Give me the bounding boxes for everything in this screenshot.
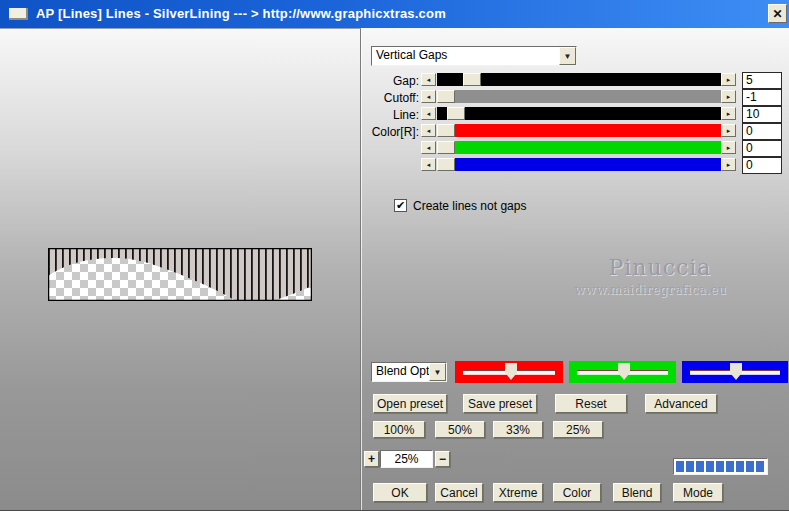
right-arrow-icon: ▸ <box>727 127 731 135</box>
window-title: AP [Lines] Lines - SilverLining --- > ht… <box>36 6 446 21</box>
left-arrow-icon: ◂ <box>427 127 431 135</box>
watermark-url: www.maidiregrafica.eu <box>563 283 738 297</box>
slider-label: Cutoff: <box>361 91 419 105</box>
slider-track[interactable] <box>437 73 721 86</box>
blue-trackbar[interactable] <box>682 361 788 383</box>
save-preset-button[interactable]: Save preset <box>463 394 537 413</box>
slider-row-cutoff: Cutoff: ◂ ▸ -1 <box>0 90 789 104</box>
slider-left-arrow[interactable]: ◂ <box>421 124 436 137</box>
slider-left-arrow[interactable]: ◂ <box>421 158 436 171</box>
slider-thumb[interactable] <box>437 158 455 171</box>
slider-track[interactable] <box>437 90 721 103</box>
reset-button[interactable]: Reset <box>555 394 627 413</box>
slider-row-line: Line: ◂ ▸ 10 <box>0 107 789 121</box>
slider-track[interactable] <box>437 107 721 120</box>
left-arrow-icon: ◂ <box>427 93 431 101</box>
blend-options-dropdown[interactable]: Blend Opti ▼ <box>371 362 447 382</box>
slider-value-box[interactable]: 10 <box>742 106 782 123</box>
slider-value-box[interactable]: -1 <box>742 89 782 106</box>
check-icon: ✔ <box>396 199 405 211</box>
watermark-name: Pinuccia <box>575 255 745 280</box>
xtreme-button[interactable]: Xtreme <box>493 483 543 502</box>
slider-row-color-r: Color[R]: ◂ ▸ 0 <box>0 124 789 138</box>
slider-thumb[interactable] <box>463 73 481 86</box>
slider-value-box[interactable]: 0 <box>742 123 782 140</box>
ok-button[interactable]: OK <box>373 483 427 502</box>
cancel-button[interactable]: Cancel <box>435 483 483 502</box>
plugin-window: AP [Lines] Lines - SilverLining --- > ht… <box>0 0 789 511</box>
right-arrow-icon: ▸ <box>727 161 731 169</box>
zoom-100-button[interactable]: 100% <box>373 421 425 438</box>
preset-dropdown-value: Vertical Gaps <box>372 46 577 66</box>
red-trackbar[interactable] <box>455 361 563 383</box>
progress-segment <box>746 461 754 472</box>
blend-button[interactable]: Blend <box>613 483 661 502</box>
progress-segment <box>706 461 714 472</box>
mode-button[interactable]: Mode <box>673 483 723 502</box>
zoom-33-button[interactable]: 33% <box>493 421 543 438</box>
slider-left-arrow[interactable]: ◂ <box>421 141 436 154</box>
left-arrow-icon: ◂ <box>427 161 431 169</box>
create-lines-checkbox-label: Create lines not gaps <box>413 199 526 213</box>
progress-segment <box>686 461 694 472</box>
slider-label: Color[R]: <box>361 125 419 139</box>
right-arrow-icon: ▸ <box>727 144 731 152</box>
progress-segment <box>736 461 744 472</box>
slider-thumb[interactable] <box>437 141 455 154</box>
open-preset-button[interactable]: Open preset <box>373 394 447 413</box>
preset-dropdown[interactable]: Vertical Gaps ▼ <box>371 46 577 66</box>
progress-segment <box>716 461 724 472</box>
slider-row-color-b: ◂ ▸ 0 <box>0 158 789 172</box>
slider-left-arrow[interactable]: ◂ <box>421 73 436 86</box>
slider-value-box[interactable]: 0 <box>742 140 782 157</box>
left-arrow-icon: ◂ <box>427 144 431 152</box>
progress-segment <box>726 461 734 472</box>
trackbar-thumb[interactable] <box>618 363 630 380</box>
close-button[interactable]: ✕ <box>768 4 787 23</box>
zoom-level-field[interactable]: 25% <box>380 450 433 468</box>
color-button[interactable]: Color <box>553 483 601 502</box>
progress-segment <box>756 461 764 472</box>
slider-left-arrow[interactable]: ◂ <box>421 107 436 120</box>
slider-right-arrow[interactable]: ▸ <box>721 90 736 103</box>
slider-track[interactable] <box>437 141 721 154</box>
right-arrow-icon: ▸ <box>727 76 731 84</box>
slider-label: Gap: <box>361 74 419 88</box>
slider-value-box[interactable]: 5 <box>742 72 782 89</box>
left-arrow-icon: ◂ <box>427 110 431 118</box>
title-bar[interactable]: AP [Lines] Lines - SilverLining --- > ht… <box>0 0 789 28</box>
progress-bar <box>673 458 768 475</box>
image-preview[interactable] <box>48 248 312 305</box>
trackbar-thumb[interactable] <box>730 363 742 380</box>
slider-row-gap: Gap: ◂ ▸ 5 <box>0 73 789 87</box>
zoom-plus-button[interactable]: + <box>364 451 379 467</box>
slider-thumb[interactable] <box>447 107 465 120</box>
progress-segment <box>676 461 684 472</box>
slider-right-arrow[interactable]: ▸ <box>721 141 736 154</box>
slider-thumb[interactable] <box>437 124 455 137</box>
trackbar-thumb[interactable] <box>505 363 517 380</box>
slider-value-box[interactable]: 0 <box>742 157 782 174</box>
slider-right-arrow[interactable]: ▸ <box>721 107 736 120</box>
dialog-content: Pinuccia www.maidiregrafica.eu Vertical … <box>0 28 789 511</box>
slider-row-color-g: ◂ ▸ 0 <box>0 141 789 155</box>
green-trackbar[interactable] <box>569 361 676 383</box>
slider-left-arrow[interactable]: ◂ <box>421 90 436 103</box>
slider-track[interactable] <box>437 124 721 137</box>
window-icon <box>9 8 28 20</box>
slider-right-arrow[interactable]: ▸ <box>721 124 736 137</box>
slider-right-arrow[interactable]: ▸ <box>721 158 736 171</box>
create-lines-checkbox[interactable]: ✔ <box>394 199 407 212</box>
zoom-50-button[interactable]: 50% <box>435 421 485 438</box>
slider-thumb[interactable] <box>437 90 455 103</box>
chevron-down-icon[interactable]: ▼ <box>429 363 446 381</box>
left-arrow-icon: ◂ <box>427 76 431 84</box>
right-arrow-icon: ▸ <box>727 110 731 118</box>
right-arrow-icon: ▸ <box>727 93 731 101</box>
zoom-minus-button[interactable]: − <box>435 451 450 467</box>
advanced-button[interactable]: Advanced <box>645 394 717 413</box>
slider-right-arrow[interactable]: ▸ <box>721 73 736 86</box>
slider-track[interactable] <box>437 158 721 171</box>
chevron-down-icon[interactable]: ▼ <box>559 47 576 65</box>
zoom-25-button[interactable]: 25% <box>553 421 603 438</box>
